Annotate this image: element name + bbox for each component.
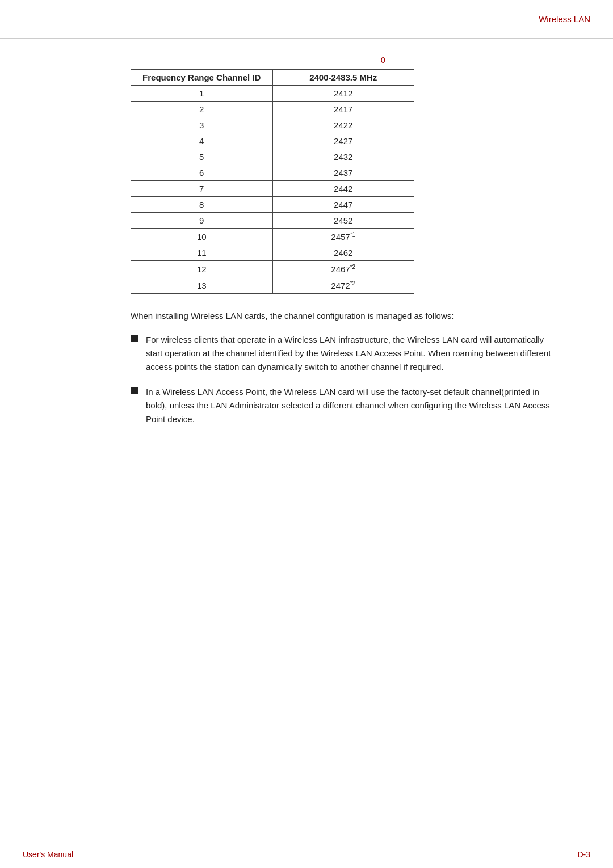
bullet-icon <box>131 335 138 342</box>
table-row: 42427 <box>131 133 414 149</box>
frequency-value: 2442 <box>272 181 414 197</box>
page-footer: User's Manual D-3 <box>0 840 613 868</box>
table-row: 92452 <box>131 213 414 229</box>
bullet-item: For wireless clients that operate in a W… <box>131 333 562 374</box>
table-row: 22417 <box>131 102 414 117</box>
frequency-value: 2462 <box>272 245 414 261</box>
channel-id: 10 <box>131 229 273 245</box>
table-row: 82447 <box>131 197 414 213</box>
table-row: 72442 <box>131 181 414 197</box>
table-row: 12412 <box>131 86 414 102</box>
channel-id: 2 <box>131 102 273 117</box>
col1-header: Frequency Range Channel ID <box>131 70 273 86</box>
bullet-text: In a Wireless LAN Access Point, the Wire… <box>146 385 562 426</box>
frequency-value: 2422 <box>272 117 414 133</box>
table-row: 122467*2 <box>131 261 414 277</box>
table-label: 0 <box>176 56 590 65</box>
description-text: When installing Wireless LAN cards, the … <box>131 310 573 323</box>
channel-id: 1 <box>131 86 273 102</box>
col2-header: 2400-2483.5 MHz <box>272 70 414 86</box>
frequency-value: 2472*2 <box>272 277 414 294</box>
channel-id: 5 <box>131 149 273 165</box>
channel-id: 7 <box>131 181 273 197</box>
channel-id: 12 <box>131 261 273 277</box>
frequency-value: 2452 <box>272 213 414 229</box>
header-title: Wireless LAN <box>539 14 590 24</box>
table-row: 62437 <box>131 165 414 181</box>
frequency-value: 2432 <box>272 149 414 165</box>
table-row: 102457*1 <box>131 229 414 245</box>
channel-id: 4 <box>131 133 273 149</box>
frequency-value: 2457*1 <box>272 229 414 245</box>
channel-id: 8 <box>131 197 273 213</box>
channel-id: 6 <box>131 165 273 181</box>
channel-id: 9 <box>131 213 273 229</box>
channel-id: 13 <box>131 277 273 294</box>
table-row: 112462 <box>131 245 414 261</box>
main-content: 0 Frequency Range Channel ID 2400-2483.5… <box>0 39 613 840</box>
bullet-icon <box>131 387 138 394</box>
table-row: 132472*2 <box>131 277 414 294</box>
table-row: 52432 <box>131 149 414 165</box>
frequency-value: 2427 <box>272 133 414 149</box>
frequency-value: 2447 <box>272 197 414 213</box>
bullet-item: In a Wireless LAN Access Point, the Wire… <box>131 385 562 426</box>
frequency-value: 2412 <box>272 86 414 102</box>
channel-id: 11 <box>131 245 273 261</box>
frequency-value: 2437 <box>272 165 414 181</box>
footer-left: User's Manual <box>23 850 73 859</box>
channel-id: 3 <box>131 117 273 133</box>
bullet-text: For wireless clients that operate in a W… <box>146 333 562 374</box>
bullet-list: For wireless clients that operate in a W… <box>131 333 562 426</box>
frequency-value: 2417 <box>272 102 414 117</box>
footer-right: D-3 <box>577 850 590 859</box>
table-row: 32422 <box>131 117 414 133</box>
page-header: Wireless LAN <box>0 0 613 39</box>
frequency-value: 2467*2 <box>272 261 414 277</box>
frequency-table: Frequency Range Channel ID 2400-2483.5 M… <box>131 69 414 294</box>
